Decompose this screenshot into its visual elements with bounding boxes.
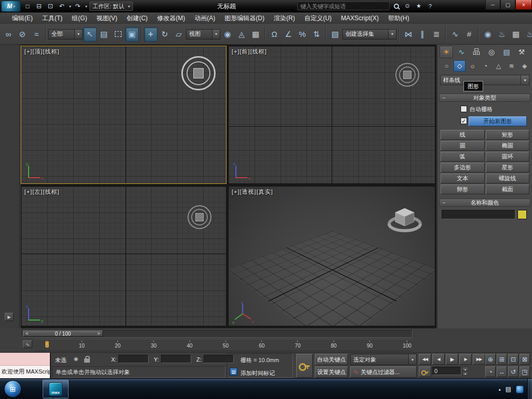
btn-section[interactable]: 截面 [486, 184, 530, 194]
listener-line[interactable]: 欢迎使用 MAXScript [0, 366, 50, 378]
add-time-tag-label[interactable]: 添加时间标记 [241, 369, 275, 377]
x-coordinate-field[interactable] [118, 355, 149, 363]
btn-donut[interactable]: 圆环 [486, 152, 530, 162]
tray-blue-icon[interactable] [516, 385, 524, 393]
named-selection-sets-dropdown[interactable]: 创建选择集▾ [342, 29, 396, 39]
zoom-all-icon[interactable]: ⊞ [497, 354, 507, 365]
redo-caret-icon[interactable]: ▾ [85, 4, 87, 9]
edit-named-selection-sets-icon[interactable]: ▧ [328, 27, 342, 42]
select-and-scale-icon[interactable]: ▱ [172, 27, 185, 42]
show-desktop-button[interactable] [527, 379, 532, 399]
viewport-front[interactable]: [+][前][线框] z x [228, 46, 435, 184]
show-hidden-icons[interactable]: ▴ [499, 387, 501, 392]
select-and-move-icon[interactable]: + [144, 27, 157, 42]
spinner-down-icon[interactable]: ▾ [462, 371, 468, 376]
select-and-rotate-icon[interactable]: ↻ [158, 27, 171, 42]
menu-item-graph-editors[interactable]: 图形编辑器(D) [220, 12, 269, 24]
object-type-rollout[interactable]: − 对象类型 [439, 94, 530, 102]
field-of-view-icon[interactable]: ◔ [485, 366, 496, 377]
start-new-shape-button[interactable]: 开始新图形 [469, 116, 527, 126]
help-icon[interactable]: ? [426, 2, 434, 10]
maximize-viewport-toggle-icon[interactable]: ◳ [520, 366, 530, 377]
select-object-icon[interactable]: ↖ [83, 27, 97, 42]
viewport-left[interactable]: [+][左][线框] z y [21, 186, 227, 326]
box-object[interactable] [403, 71, 411, 79]
zoom-icon[interactable]: ⊕ [485, 354, 496, 365]
tab-hierarchy-icon[interactable]: 品 [470, 46, 483, 58]
search-input[interactable] [297, 2, 390, 10]
go-to-start-button[interactable]: ◀◀ [419, 354, 431, 365]
time-slider-handle[interactable]: < 0 / 100 > [23, 330, 103, 337]
rectangular-selection-region-icon[interactable] [111, 27, 125, 42]
bind-to-space-warp-icon[interactable]: ≈ [30, 27, 43, 42]
menu-item-help[interactable]: 帮助(H) [383, 12, 414, 24]
save-file-icon[interactable]: ⊡ [46, 2, 55, 11]
orbit-icon[interactable]: ↺ [508, 366, 518, 377]
btn-egg[interactable]: 卵形 [441, 184, 485, 194]
viewport-top-label[interactable]: [+][顶][线框] [24, 48, 60, 56]
new-file-icon[interactable]: □ [23, 2, 32, 11]
frame-spinner[interactable]: ▴ ▾ [462, 367, 468, 376]
category-helpers-icon[interactable]: △ [493, 60, 504, 72]
tab-motion-icon[interactable]: ◎ [485, 46, 498, 58]
mirror-icon[interactable]: ⋈ [402, 27, 415, 42]
menu-item-group[interactable]: 组(G) [67, 12, 91, 24]
communication-center-icon[interactable]: ⊙ [403, 2, 411, 10]
render-production-icon[interactable]: ♨ [523, 27, 532, 42]
maxscript-mini-listener[interactable]: 欢迎使用 MAXScript [0, 353, 51, 379]
previous-frame-button[interactable]: ◀ [432, 354, 445, 365]
align-icon[interactable]: ∥ [416, 27, 429, 42]
rendered-frame-window-icon[interactable]: ▦ [509, 27, 523, 42]
window-crossing-toggle-icon[interactable]: ▣ [125, 27, 139, 42]
btn-ellipse[interactable]: 椭圆 [486, 141, 530, 151]
angle-snap-icon[interactable]: ∠ [282, 27, 295, 42]
schematic-view-icon[interactable]: # [462, 27, 476, 42]
viewport-left-label[interactable]: [+][左][线框] [24, 188, 60, 196]
tab-utilities-icon[interactable]: ⚒ [515, 46, 528, 58]
selection-lock-icon[interactable] [84, 358, 90, 363]
previous-frame-arrow[interactable]: < [23, 331, 31, 336]
pan-view-icon[interactable]: ↔ [497, 366, 507, 377]
time-tag-icon[interactable]: ▤ [230, 368, 237, 376]
key-mode-toggle-button[interactable] [419, 366, 431, 377]
shape-category-dropdown[interactable]: 样条线 ▾ [440, 75, 529, 85]
next-frame-button[interactable]: ▶ [459, 354, 472, 365]
box-object[interactable] [193, 68, 204, 78]
play-button[interactable]: ▶ [446, 354, 458, 365]
macro-recorder-line[interactable] [0, 353, 50, 366]
snaps-toggle-icon[interactable]: Ω [268, 27, 281, 42]
category-lights-icon[interactable]: ☼ [467, 60, 478, 72]
object-color-swatch[interactable] [517, 210, 527, 219]
btn-star[interactable]: 星形 [486, 163, 530, 172]
go-to-end-button[interactable]: ▶▶ [473, 354, 485, 365]
viewport-perspective[interactable]: [+][透视][真实] z y x [228, 186, 435, 326]
render-setup-icon[interactable]: ♨ [495, 27, 509, 42]
key-filters-button[interactable]: ∿ 关键点过滤器... [350, 366, 417, 378]
set-key-button[interactable]: 设置关键点 [315, 366, 348, 378]
box-object[interactable] [195, 213, 204, 221]
undo-icon[interactable]: ↶ [57, 2, 66, 11]
start-new-shape-checkbox[interactable]: ✓ [460, 117, 467, 124]
time-slider-track[interactable]: < 0 / 100 > [22, 330, 413, 338]
reference-coordinate-dropdown[interactable]: 视图▾ [186, 29, 220, 39]
next-frame-arrow[interactable]: > [95, 331, 102, 336]
spinner-up-icon[interactable]: ▴ [462, 367, 468, 371]
autogrid-checkbox[interactable] [460, 105, 467, 112]
curve-editor-icon[interactable]: ∿ [448, 27, 462, 42]
btn-circle[interactable]: 圆 [441, 141, 485, 151]
object-name-field[interactable] [442, 210, 515, 219]
y-coordinate-field[interactable] [161, 355, 191, 363]
auto-key-button[interactable]: 自动关键点 [315, 354, 348, 365]
use-pivot-center-icon[interactable]: ◉ [221, 27, 234, 42]
menu-item-customize[interactable]: 自定义(U) [300, 12, 337, 24]
taskbar-3dsmax-button[interactable]: max [43, 380, 69, 398]
menu-item-animation[interactable]: 动画(A) [190, 12, 220, 24]
category-spacewarps-icon[interactable]: ≋ [506, 60, 517, 72]
btn-rectangle[interactable]: 矩形 [486, 130, 530, 140]
select-and-link-icon[interactable]: ∞ [2, 27, 15, 42]
viewport-top[interactable]: [+][顶][线框] y x [21, 46, 227, 184]
add-layout-tab-button[interactable]: ▶ [5, 313, 14, 321]
zoom-extents-all-icon[interactable]: ⊠ [520, 354, 530, 365]
menu-item-modifiers[interactable]: 修改器(M) [152, 12, 190, 24]
layer-manager-icon[interactable]: ≣ [430, 27, 443, 42]
